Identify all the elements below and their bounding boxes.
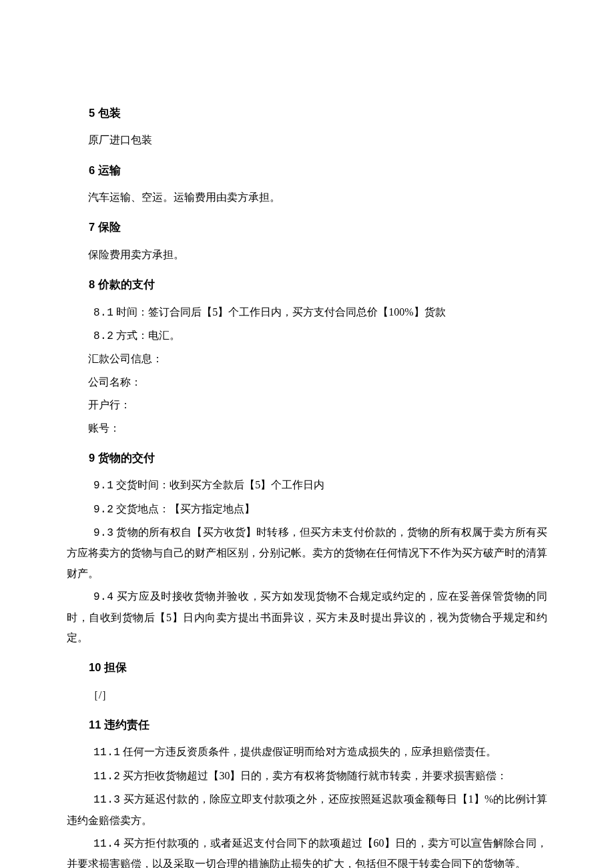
clause-text: 交货地点：【买方指定地点】 <box>113 503 255 514</box>
section-6-text: 汽车运输、空运。运输费用由卖方承担。 <box>67 187 547 207</box>
clause-text: 买方应及时接收货物并验收，买方如发现货物不合规定或约定的，应在妥善保管货物的同时… <box>67 590 547 643</box>
clause-8-1: 8.1 时间：签订合同后【5】个工作日内，买方支付合同总价【100%】货款 <box>67 302 547 323</box>
clause-text: 任何一方违反资质条件，提供虚假证明而给对方造成损失的，应承担赔偿责任。 <box>120 746 497 757</box>
section-8-heading: 8 价款的支付 <box>67 274 547 295</box>
clause-text: 买方拒付款项的，或者延迟支付合同下的款项超过【60】日的，卖方可以宣告解除合同，… <box>67 837 547 868</box>
clause-number: 11.1 <box>93 747 120 759</box>
clause-number: 9.3 <box>93 527 113 539</box>
section-8-account: 账号： <box>67 418 547 438</box>
clause-11-4: 11.4 买方拒付款项的，或者延迟支付合同下的款项超过【60】日的，卖方可以宣告… <box>67 833 547 868</box>
clause-number: 8.2 <box>93 330 113 342</box>
clause-text: 买方延迟付款的，除应立即支付款项之外，还应按照延迟款项金额每日【1】%的比例计算… <box>67 793 547 825</box>
section-8-remit-info: 汇款公司信息： <box>67 349 547 369</box>
clause-9-2: 9.2 交货地点：【买方指定地点】 <box>67 499 547 520</box>
section-11-heading: 11 违约责任 <box>67 715 547 735</box>
clause-number: 9.4 <box>93 591 113 603</box>
clause-text: 货物的所有权自【买方收货】时转移，但买方未支付价款的，货物的所有权属于卖方所有买… <box>67 526 547 579</box>
clause-text: 交货时间：收到买方全款后【5】个工作日内 <box>113 479 324 490</box>
clause-9-1: 9.1 交货时间：收到买方全款后【5】个工作日内 <box>67 475 547 496</box>
clause-11-2: 11.2 买方拒收货物超过【30】日的，卖方有权将货物随行就市转卖，并要求损害赔… <box>67 766 547 787</box>
clause-number: 9.2 <box>93 504 113 516</box>
clause-11-1: 11.1 任何一方违反资质条件，提供虚假证明而给对方造成损失的，应承担赔偿责任。 <box>67 742 547 763</box>
clause-11-3: 11.3 买方延迟付款的，除应立即支付款项之外，还应按照延迟款项金额每日【1】%… <box>67 789 547 831</box>
section-8-bank: 开户行： <box>67 395 547 415</box>
clause-number: 11.4 <box>93 838 120 850</box>
clause-text: 时间：签订合同后【5】个工作日内，买方支付合同总价【100%】货款 <box>113 306 445 318</box>
clause-number: 8.1 <box>93 307 113 319</box>
clause-number: 11.2 <box>93 771 120 783</box>
clause-9-3: 9.3 货物的所有权自【买方收货】时转移，但买方未支付价款的，货物的所有权属于卖… <box>67 522 547 584</box>
section-9-heading: 9 货物的交付 <box>67 448 547 468</box>
section-10-heading: 10 担保 <box>67 657 547 678</box>
section-5-heading: 5 包装 <box>67 103 547 123</box>
section-7-text: 保险费用卖方承担。 <box>67 245 547 265</box>
clause-number: 11.3 <box>93 794 120 806</box>
clause-number: 9.1 <box>93 480 113 492</box>
clause-text: 方式：电汇。 <box>113 330 180 341</box>
section-8-company: 公司名称： <box>67 372 547 392</box>
clause-9-4: 9.4 买方应及时接收货物并验收，买方如发现货物不合规定或约定的，应在妥善保管货… <box>67 586 547 648</box>
section-10-text: ［/］ <box>67 685 547 705</box>
section-6-heading: 6 运输 <box>67 160 547 181</box>
clause-text: 买方拒收货物超过【30】日的，卖方有权将货物随行就市转卖，并要求损害赔偿： <box>120 770 507 781</box>
clause-8-2: 8.2 方式：电汇。 <box>67 326 547 346</box>
section-5-text: 原厂进口包装 <box>67 130 547 150</box>
section-7-heading: 7 保险 <box>67 217 547 238</box>
